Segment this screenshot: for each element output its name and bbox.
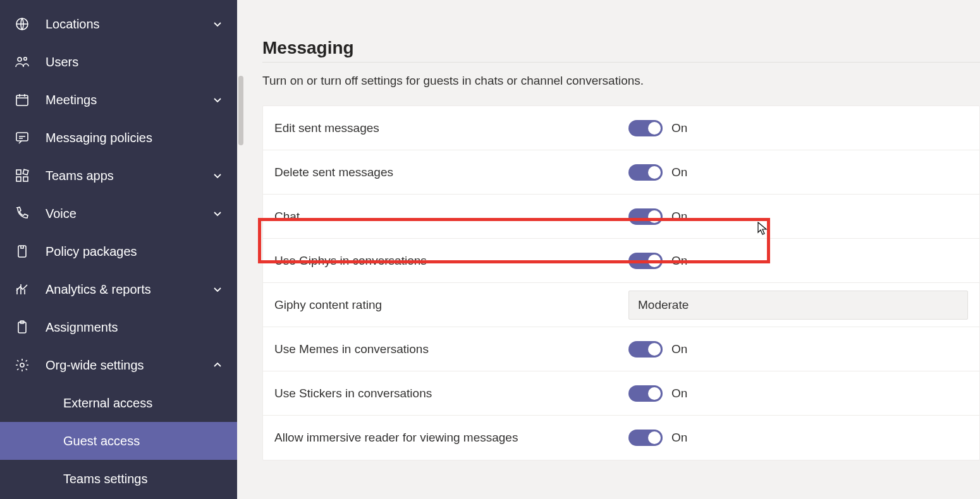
globe-icon — [14, 16, 30, 32]
select-value: Moderate — [638, 298, 689, 312]
sidebar-subitem-label: External access — [63, 396, 152, 411]
analytics-icon — [14, 281, 30, 298]
sidebar-item-label: Analytics & reports — [46, 282, 207, 297]
chevron-up-icon — [212, 359, 223, 371]
setting-row-delete-sent-messages: Delete sent messages On — [263, 150, 979, 195]
sidebar-subitem-label: Teams settings — [63, 472, 147, 486]
clipboard-icon — [14, 319, 30, 335]
sidebar-item-label: Locations — [46, 17, 207, 32]
sidebar-subitem-teams-settings[interactable]: Teams settings — [0, 460, 237, 498]
section-title: Messaging — [262, 38, 980, 58]
toggle-edit-sent-messages[interactable] — [628, 120, 663, 136]
svg-rect-5 — [16, 170, 21, 174]
chevron-down-icon — [212, 208, 223, 219]
chevron-down-icon — [212, 18, 223, 30]
chevron-down-icon — [212, 170, 223, 181]
sidebar-item-locations[interactable]: Locations — [0, 5, 237, 43]
sidebar-item-label: Voice — [46, 207, 207, 221]
apps-icon — [14, 167, 30, 184]
scrollbar-track — [237, 0, 245, 499]
toggle-delete-sent-messages[interactable] — [628, 164, 663, 181]
sidebar-item-assignments[interactable]: Assignments — [0, 308, 237, 346]
svg-rect-7 — [16, 177, 21, 181]
sidebar-item-policy-packages[interactable]: Policy packages — [0, 232, 237, 270]
chat-icon — [14, 129, 30, 146]
svg-rect-6 — [23, 169, 28, 175]
sidebar-subitem-guest-access[interactable]: Guest access — [0, 422, 237, 460]
toggle-use-giphys[interactable] — [628, 253, 663, 269]
sidebar-item-voice[interactable]: Voice — [0, 195, 237, 232]
sidebar-subitem-external-access[interactable]: External access — [0, 384, 237, 422]
svg-rect-9 — [18, 246, 26, 257]
sidebar-item-analytics-reports[interactable]: Analytics & reports — [0, 270, 237, 308]
svg-point-2 — [24, 57, 27, 61]
setting-row-use-stickers: Use Stickers in conversations On — [263, 371, 979, 416]
svg-point-1 — [18, 57, 21, 61]
sidebar-item-label: Users — [46, 55, 223, 69]
select-giphy-content-rating[interactable]: Moderate — [628, 291, 968, 320]
setting-label: Allow immersive reader for viewing messa… — [274, 431, 628, 445]
toggle-chat[interactable] — [628, 208, 663, 225]
sidebar-item-label: Assignments — [46, 320, 223, 335]
toggle-state-text: On — [671, 165, 687, 179]
setting-label: Delete sent messages — [274, 165, 628, 179]
toggle-use-memes[interactable] — [628, 341, 663, 358]
setting-row-immersive-reader: Allow immersive reader for viewing messa… — [263, 416, 979, 460]
setting-row-chat: Chat On — [263, 195, 979, 239]
sidebar-item-teams-apps[interactable]: Teams apps — [0, 157, 237, 195]
setting-row-edit-sent-messages: Edit sent messages On — [263, 106, 979, 150]
svg-point-12 — [20, 363, 24, 367]
toggle-immersive-reader[interactable] — [628, 430, 663, 446]
setting-row-use-memes: Use Memes in conversations On — [263, 327, 979, 371]
sidebar-subitem-label: Guest access — [63, 434, 140, 448]
sidebar-item-users[interactable]: Users — [0, 43, 237, 81]
toggle-state-text: On — [671, 121, 687, 135]
setting-label: Use Giphys in conversations — [274, 254, 628, 268]
setting-label: Edit sent messages — [274, 121, 628, 135]
sidebar-item-messaging-policies[interactable]: Messaging policies — [0, 119, 237, 157]
sidebar-item-label: Messaging policies — [46, 131, 223, 145]
setting-label: Use Stickers in conversations — [274, 387, 628, 400]
main-content: Messaging Turn on or turn off settings f… — [237, 0, 980, 499]
settings-card: Edit sent messages On Delete sent messag… — [262, 105, 980, 460]
chevron-down-icon — [212, 284, 223, 295]
sidebar-item-org-wide-settings[interactable]: Org-wide settings — [0, 346, 237, 384]
toggle-state-text: On — [671, 210, 687, 224]
setting-row-use-giphys: Use Giphys in conversations On — [263, 239, 979, 283]
sidebar-item-label: Teams apps — [46, 169, 207, 183]
gear-icon — [14, 357, 30, 373]
scrollbar-thumb[interactable] — [238, 76, 243, 145]
calendar-icon — [14, 92, 30, 108]
setting-label: Use Memes in conversations — [274, 342, 628, 356]
section-description: Turn on or turn off settings for guests … — [262, 74, 980, 88]
setting-label: Chat — [274, 210, 628, 224]
phone-icon — [14, 205, 30, 222]
sidebar-item-meetings[interactable]: Meetings — [0, 81, 237, 119]
svg-rect-3 — [16, 95, 28, 105]
toggle-state-text: On — [671, 431, 687, 445]
sidebar-item-label: Org-wide settings — [46, 358, 207, 373]
sidebar: Locations Users Meetings — [0, 0, 237, 499]
svg-rect-8 — [23, 177, 28, 181]
sidebar-item-label: Policy packages — [46, 244, 223, 259]
setting-label: Giphy content rating — [274, 298, 628, 312]
package-icon — [14, 243, 30, 260]
users-icon — [14, 54, 30, 70]
setting-row-giphy-content-rating: Giphy content rating Moderate — [263, 283, 979, 327]
divider — [262, 62, 980, 63]
chevron-down-icon — [212, 94, 223, 105]
sidebar-item-label: Meetings — [46, 93, 207, 107]
toggle-state-text: On — [671, 387, 687, 400]
toggle-state-text: On — [671, 254, 687, 268]
toggle-state-text: On — [671, 342, 687, 356]
toggle-use-stickers[interactable] — [628, 385, 663, 402]
